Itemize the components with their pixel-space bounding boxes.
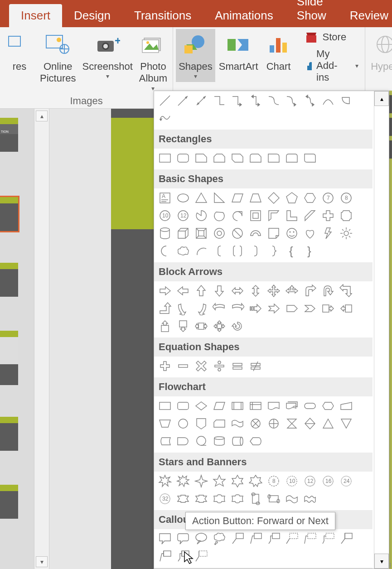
shape-fc-disk[interactable] <box>210 433 228 450</box>
shape-curve-double-arrow[interactable] <box>301 92 319 109</box>
shape-star16[interactable]: 16 <box>319 473 337 490</box>
shape-wave[interactable] <box>283 490 300 507</box>
shape-fc-direct[interactable] <box>228 433 246 450</box>
shape-fc-terminator[interactable] <box>301 397 319 415</box>
shape-fc-manual-op[interactable] <box>156 415 174 432</box>
shape-arrow-callout-left[interactable] <box>337 300 355 317</box>
shape-arrow-curve-right[interactable] <box>174 300 192 317</box>
shape-round-diagonal[interactable] <box>301 149 319 167</box>
shape-vert-scroll[interactable] <box>247 490 264 507</box>
shape-fc-card[interactable] <box>210 415 228 432</box>
shape-equal[interactable] <box>228 357 246 375</box>
thumbnail-scrollbar[interactable]: ▴ ▾ <box>34 109 49 569</box>
shape-diagonal-stripe[interactable] <box>301 207 319 224</box>
shape-curved-ribbon-up[interactable] <box>210 490 228 507</box>
shape-arrow-three[interactable] <box>283 282 300 299</box>
photo-album-button[interactable]: Photo Album▾ <box>136 29 170 94</box>
shape-can[interactable] <box>156 225 174 242</box>
shape-arrow-leftright[interactable] <box>228 282 246 299</box>
shape-fc-connector[interactable] <box>174 415 192 432</box>
shape-arrow-left[interactable] <box>174 282 192 299</box>
shape-plaque[interactable] <box>337 207 355 224</box>
shape-decagon[interactable]: 10 <box>156 207 174 224</box>
shape-star7[interactable] <box>247 473 264 490</box>
shape-divide[interactable] <box>210 357 228 375</box>
shape-star5[interactable] <box>210 473 228 490</box>
shape-minus[interactable] <box>174 357 192 375</box>
shape-freeform[interactable] <box>156 110 174 127</box>
shape-right-brace-single[interactable] <box>265 242 282 260</box>
shape-callout-border2[interactable] <box>319 530 337 547</box>
pictures-button[interactable]: res <box>3 29 36 74</box>
tab-review[interactable]: Review <box>338 4 392 27</box>
shape-ribbon-down[interactable] <box>192 490 210 507</box>
shape-arrow-quad[interactable] <box>265 282 282 299</box>
slide-thumbnail-3[interactable] <box>0 263 18 297</box>
shape-half-frame[interactable] <box>265 207 282 224</box>
shape-left-bracket[interactable] <box>210 242 228 260</box>
tab-design[interactable]: Design <box>62 4 122 27</box>
shape-notequal[interactable] <box>247 357 264 375</box>
shape-arrow-circular[interactable] <box>228 318 246 335</box>
shapes-button[interactable]: Shapes▾ <box>176 29 215 82</box>
shape-octagon[interactable]: 8 <box>337 189 355 207</box>
shape-snip-diagonal[interactable] <box>228 149 246 167</box>
shape-star6[interactable] <box>228 473 246 490</box>
shape-arrow-down[interactable] <box>210 282 228 299</box>
shape-teardrop[interactable] <box>228 207 246 224</box>
shape-callout-line2[interactable] <box>247 530 264 547</box>
shape-pie[interactable] <box>192 207 210 224</box>
shape-diamond[interactable] <box>265 189 282 207</box>
shape-star24[interactable]: 24 <box>337 473 355 490</box>
scroll-down-button[interactable]: ▾ <box>36 556 48 567</box>
shape-lightning[interactable] <box>319 225 337 242</box>
shape-line[interactable] <box>156 92 174 109</box>
shape-chord-line[interactable] <box>337 92 355 109</box>
shape-star10[interactable]: 10 <box>283 473 300 490</box>
shape-callout-border1[interactable] <box>301 530 319 547</box>
shape-star4[interactable] <box>192 473 210 490</box>
shape-fc-summing[interactable] <box>247 415 264 432</box>
shape-arrow-callout-lr[interactable] <box>192 318 210 335</box>
shape-fc-document[interactable] <box>265 397 282 415</box>
shape-curve-arrow[interactable] <box>283 92 300 109</box>
shape-arrow-uturn[interactable] <box>319 282 337 299</box>
shape-fc-sort[interactable] <box>301 415 319 432</box>
scroll-up-button[interactable]: ▴ <box>36 111 48 121</box>
shape-dodecagon[interactable]: 12 <box>174 207 192 224</box>
tab-animations[interactable]: Animations <box>203 4 285 27</box>
shape-round-same[interactable] <box>283 149 300 167</box>
shape-fc-offpage[interactable] <box>192 415 210 432</box>
shape-right-bracket[interactable] <box>247 242 264 260</box>
slide-thumbnail-1[interactable]: TION <box>0 118 18 152</box>
shape-cube[interactable] <box>174 225 192 242</box>
shape-fc-display[interactable] <box>247 433 264 450</box>
shape-fc-merge[interactable] <box>337 415 355 432</box>
shape-callout-accent2[interactable] <box>156 548 174 565</box>
shape-pentagon[interactable] <box>283 189 300 207</box>
shape-arrow-pentagon[interactable] <box>283 300 300 317</box>
shape-fc-multidoc[interactable] <box>283 397 300 415</box>
shape-fc-preparation[interactable] <box>319 397 337 415</box>
shape-arrow-bentup[interactable] <box>156 300 174 317</box>
smartart-button[interactable]: SmartArt <box>216 29 261 74</box>
shape-elbow-arrow[interactable] <box>228 92 246 109</box>
shape-fc-altprocess[interactable] <box>174 397 192 415</box>
shape-fc-tape[interactable] <box>228 415 246 432</box>
shape-arrow-callout-down[interactable] <box>174 318 192 335</box>
shape-arrow-callout-quad[interactable] <box>210 318 228 335</box>
shape-sun[interactable] <box>337 225 355 242</box>
shape-elbow[interactable] <box>210 92 228 109</box>
shape-star32[interactable]: 32 <box>156 490 174 507</box>
shape-arrow-leftup[interactable] <box>337 282 355 299</box>
shape-callout-line1[interactable] <box>228 530 246 547</box>
shape-star8[interactable]: 8 <box>265 473 282 490</box>
shape-callout-accent1[interactable] <box>337 530 355 547</box>
shape-callout-line4[interactable] <box>283 530 300 547</box>
shape-fc-extract[interactable] <box>319 415 337 432</box>
gallery-scroll-up[interactable]: ▴ <box>374 91 389 106</box>
shape-fc-seqaccess[interactable] <box>192 433 210 450</box>
shape-smiley[interactable] <box>283 225 300 242</box>
shape-cross[interactable] <box>319 207 337 224</box>
shape-parallelogram[interactable] <box>228 189 246 207</box>
